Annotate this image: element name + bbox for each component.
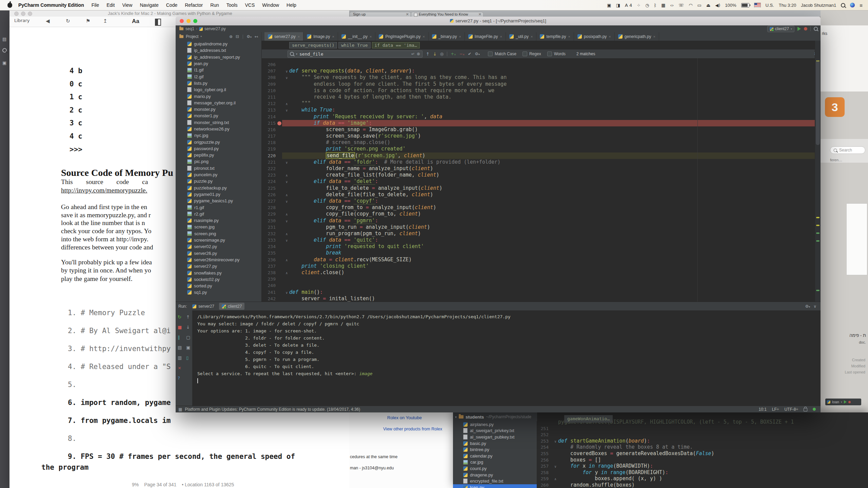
event-log-icon[interactable] [813,408,816,411]
tree-item-logo_cyber.org.il[interactable]: logo_cyber.org.il [176,86,261,93]
code-line-240[interactable]: 240 [262,282,815,289]
tree-item-sq1.py[interactable]: sq1.py [176,289,261,296]
print-icon[interactable]: ▥ [178,355,182,360]
fold-marker[interactable]: ∧ [284,231,289,237]
code-line-259[interactable]: 259∧ boxes.append( (x, y) ) [537,475,868,482]
code-line-219[interactable]: 219 print 'screen.png created' [262,146,815,152]
tree-item-bintree.py[interactable]: bintree.py [453,446,537,453]
tree-item-message_cyber.org.il[interactable]: message_cyber.org.il [176,100,261,106]
tree-item-server26.py[interactable]: server26.py [176,250,261,257]
search-option-match-case[interactable]: Match Case [488,52,516,56]
tree-item-calendar.py[interactable]: calendar.py [453,453,537,459]
menu-tools[interactable]: Tools [226,2,238,8]
fold-marker[interactable]: ∨ [284,218,289,224]
adobe-icon[interactable]: A 4 [625,3,632,8]
debug-icon[interactable] [848,401,851,403]
code-line-215[interactable]: 215∨ if data == 'image': [262,120,815,126]
tree-item-car.jpg[interactable]: car.jpg [453,459,537,466]
code-line-210[interactable]: 210 is a code of action. For actions tha… [262,87,815,94]
editor-tab-Image.py[interactable]: Image.py× [303,32,338,41]
code-line-213[interactable]: 213∨ while True: [262,107,815,113]
tree-item-rsasimple.py[interactable]: rsasimple.py [176,217,261,224]
code-line-251[interactable]: 251 [537,425,868,432]
code-line-232[interactable]: 232∧ run_program(pgm_to_run, client) [262,230,815,237]
tree-item-puncelim.py[interactable]: puncelim.py [176,171,261,178]
tree-item-screen.png[interactable]: screen.png [176,230,261,237]
tree-item-screen.jpg[interactable]: screen.jpg [176,224,261,230]
tree-item-monster_string.txt[interactable]: monster_string.txt [176,119,261,126]
code-line-221[interactable]: 221∨ elif data == 'foldr': # More detail… [262,159,815,165]
pycharm-title-bar[interactable]: server27.py - seq1 - [~/PycharmProjects/… [176,17,821,26]
bluetooth-icon[interactable]: ᛒ [654,3,656,8]
fold-marker[interactable]: ∨ [284,198,289,205]
kindle-minimize-button[interactable] [21,12,25,16]
search-query[interactable]: send_file [299,52,409,57]
fold-marker[interactable]: ∨ [284,237,289,244]
code-line-239[interactable]: 239 [262,276,815,282]
code-line-216[interactable]: 216 screen_snap = ImageGrab.grab() [262,126,815,133]
siri-icon[interactable] [850,3,855,7]
tree-item-monster.py[interactable]: monster.py [176,106,261,113]
code-line-234[interactable]: 234 print 'requested to quit client' [262,243,815,250]
tree-item-monster1.py[interactable]: monster1.py [176,113,261,119]
search-gear-icon[interactable]: ⚙▾ [475,52,480,56]
code-line-254[interactable]: 254 # Randomly reveal the boxes 8 at a t… [537,444,868,450]
tree-item-l2.gif[interactable]: l2.gif [176,73,261,80]
breadcrumb-root[interactable]: seq1 [185,26,194,31]
tree-item-screenimage.py[interactable]: screenimage.py [176,237,261,243]
search-sidebar-icon[interactable] [2,48,7,54]
tree-item-loan.py[interactable]: loan.py [453,484,537,488]
menu-bar-user[interactable]: Jacob Shutzman1 [801,3,836,8]
run-tab-client27[interactable]: client27 [219,303,244,310]
close-icon[interactable]: × [459,35,461,39]
code-line-253[interactable]: 253∨def startGameAnimation(board): [537,438,868,444]
tree-item-password.py[interactable]: password.py [176,145,261,152]
code-line-241[interactable]: 241∨def main(): [262,289,815,296]
run-config-dropdown[interactable]: client27 ▾ [767,26,794,32]
code-line-258[interactable]: 258 for y in range(BOARDHEIGHT): [537,469,868,476]
menu-run[interactable]: Run [210,2,219,8]
close-icon[interactable]: × [500,35,502,39]
library-button[interactable]: Library [14,18,29,23]
breadcrumb-file[interactable]: server27.py [204,26,226,31]
code-line-217[interactable]: 217 screen_snap.save(r'screen.jpg') [262,133,815,139]
code-line-223[interactable]: 223∧ create_file_list(folder_name, clien… [262,172,815,178]
menu-code[interactable]: Code [166,2,177,8]
wifi-icon[interactable]: ◠ [689,3,692,8]
line-separator[interactable]: LF÷ [772,407,779,412]
code-line-207[interactable]: 207∨def serve_requests(data, client, ser… [262,68,815,74]
tree-item-count.py[interactable]: count.py [453,465,537,472]
tree-item-pygame01.py[interactable]: pygame01.py [176,191,261,198]
fold-marker[interactable]: ∧ [284,257,289,263]
code-line-242[interactable]: 242 server = inital_listen() [262,296,815,302]
run-icon[interactable] [844,400,847,404]
readonly-lock-icon[interactable] [804,408,807,411]
tree-item-server26minirecover.py[interactable]: server26minirecover.py [176,257,261,263]
dots-icon[interactable]: ⁘ [637,3,640,8]
code-line-260[interactable]: 260 random.shuffle(boxes) [537,482,868,488]
collapse-all-icon[interactable]: ⊟ [236,34,239,39]
tree-item-snowflakes.py[interactable]: snowflakes.py [176,269,261,276]
code-line-226[interactable]: 226∧ delete_file(file_to_delete, client) [262,191,815,198]
search-option-words[interactable]: Words [547,52,566,56]
rolex-youtube-link[interactable]: Rolex on Youtube [387,415,422,420]
code-line-252[interactable]: 252 [537,431,868,438]
tree-item-basic.py[interactable]: basic.py [453,440,537,447]
notification-center-icon[interactable]: ≡ [860,2,863,8]
phone-icon[interactable]: ☏ [678,3,684,8]
locate-icon[interactable]: ⊕ [229,34,233,39]
airplay-icon[interactable]: ▭ [697,3,702,8]
fold-marker[interactable]: ∨ [284,107,289,114]
remove-occurrence-icon[interactable]: −ₓ [459,52,465,56]
search-everywhere-icon[interactable] [814,27,818,31]
fold-marker[interactable]: ∧ [284,172,289,179]
tree-item-networksexe26.py[interactable]: networksexe26.py [176,126,261,132]
breakpoint-icon[interactable] [277,121,281,125]
tree-item-pygame_basics1.py[interactable]: pygame_basics1.py [176,198,261,204]
add-occurrence-icon[interactable]: +ₓ [451,52,456,56]
tree-item-puzzlebackup.py[interactable]: puzzlebackup.py [176,185,261,191]
run-button[interactable] [797,27,801,31]
tree-item-jean.py[interactable]: jean.py [176,60,261,67]
page-view-icon[interactable] [155,19,161,26]
tree-item-ip_addresses.txt[interactable]: ip_addresses.txt [176,47,261,54]
